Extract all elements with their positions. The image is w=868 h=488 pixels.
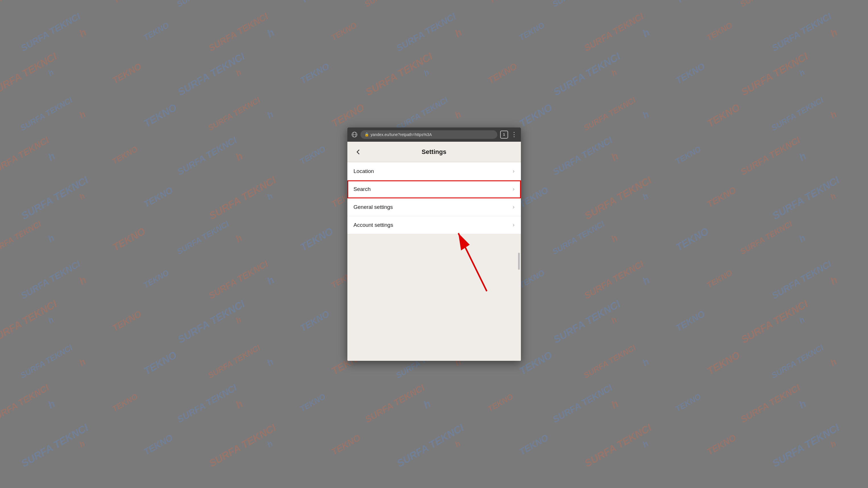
browser-logo-icon	[351, 131, 358, 138]
address-text: yandex.eu/tune?retpath=https%3A	[371, 132, 432, 137]
search-label: Search	[353, 186, 371, 192]
more-menu-button[interactable]: ⋮	[511, 131, 517, 138]
settings-page: Settings Location › Search › General set…	[347, 142, 521, 361]
settings-item-location[interactable]: Location ›	[347, 162, 521, 180]
account-chevron-icon: ›	[513, 222, 515, 228]
phone-container: 🔒 yandex.eu/tune?retpath=https%3A 1 ⋮ Se…	[347, 127, 521, 361]
location-chevron-icon: ›	[513, 168, 515, 174]
account-settings-label: Account settings	[353, 222, 393, 228]
scrollbar	[518, 253, 520, 270]
search-chevron-icon: ›	[513, 186, 515, 192]
lock-icon: 🔒	[365, 132, 369, 136]
settings-title: Settings	[363, 148, 505, 156]
address-bar[interactable]: 🔒 yandex.eu/tune?retpath=https%3A	[361, 130, 497, 139]
browser-chrome: 🔒 yandex.eu/tune?retpath=https%3A 1 ⋮	[347, 127, 521, 142]
settings-header: Settings	[347, 142, 521, 162]
svg-line-4	[458, 233, 487, 291]
settings-list: Location › Search › General settings › A…	[347, 162, 521, 361]
settings-item-search[interactable]: Search ›	[347, 180, 521, 198]
general-settings-label: General settings	[353, 204, 393, 210]
settings-item-account[interactable]: Account settings ›	[347, 216, 521, 234]
location-label: Location	[353, 168, 374, 175]
back-button[interactable]	[353, 147, 363, 157]
general-chevron-icon: ›	[513, 204, 515, 210]
settings-item-general[interactable]: General settings ›	[347, 198, 521, 216]
tab-count-button[interactable]: 1	[500, 131, 508, 139]
